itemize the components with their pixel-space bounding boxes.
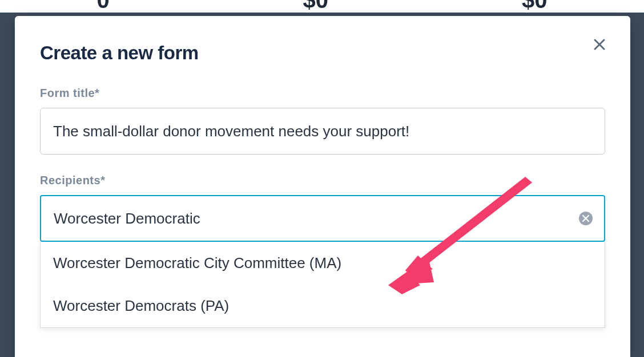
- close-icon: [593, 38, 606, 51]
- clear-button[interactable]: [579, 212, 593, 225]
- recipients-dropdown: Worcester Democratic City Committee (MA)…: [40, 242, 605, 328]
- stat-value: $0: [522, 0, 548, 6]
- form-title-label: Form title*: [40, 87, 605, 100]
- recipients-option[interactable]: Worcester Democrats (PA): [41, 285, 605, 327]
- recipients-combobox: Worcester Democratic City Committee (MA)…: [40, 195, 605, 242]
- recipients-input[interactable]: [40, 195, 605, 242]
- recipients-option[interactable]: Worcester Democratic City Committee (MA): [41, 242, 605, 285]
- background-stats-row: 0 $0 $0: [0, 0, 644, 13]
- stat-value: $0: [303, 0, 329, 6]
- x-circle-icon: [582, 215, 589, 222]
- form-title-group: Form title*: [40, 87, 605, 155]
- modal-title: Create a new form: [40, 42, 605, 64]
- recipients-label: Recipients*: [40, 174, 605, 187]
- close-button[interactable]: [591, 36, 607, 52]
- form-title-input[interactable]: [40, 108, 605, 155]
- create-form-modal: Create a new form Form title* Recipients…: [15, 16, 630, 357]
- stat-value: 0: [96, 0, 109, 6]
- recipients-group: Recipients* Worcester Democratic City Co…: [40, 174, 605, 242]
